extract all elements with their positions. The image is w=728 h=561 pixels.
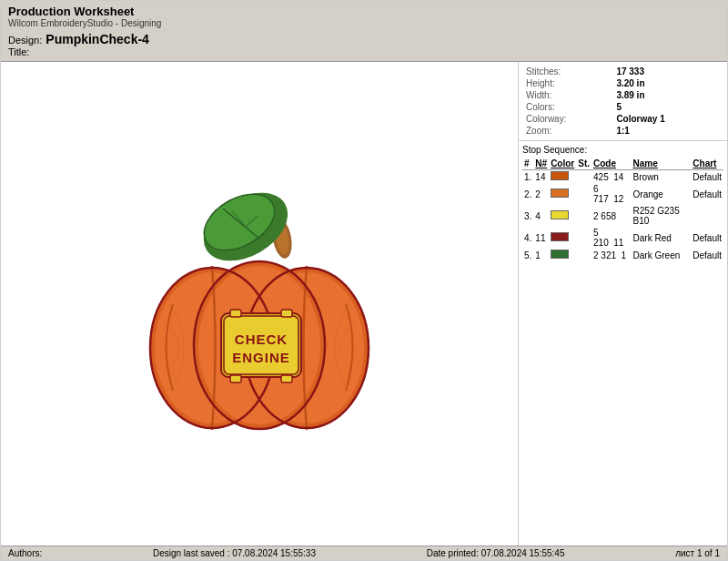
row-chart [691,205,723,227]
row-num: 3. [522,205,533,227]
row-name: Orange [632,183,692,205]
stats-box: Stitches: 17 333 Height: 3.20 in Width: … [519,62,727,141]
footer: Authors: Design last saved : 07.08.2024 … [1,546,727,560]
title-label: Title: [8,46,29,57]
colors-value: 5 [614,101,722,113]
row-n: 1 [533,249,549,261]
zoom-value: 1:1 [614,125,722,137]
color-swatch [551,189,569,198]
row-color-swatch [549,227,576,249]
content-area: CHECK ENGINE Stitches: 17 333 [1,62,727,546]
app-title: Production Worksheet [8,5,161,18]
stitches-value: 17 333 [614,66,722,77]
row-n: 4 [533,205,549,227]
height-label: Height: [524,77,614,89]
footer-printed: Date printed: 07.08.2024 15:55:45 [427,548,565,558]
svg-rect-22 [281,375,292,382]
table-row: 3. 4 2 658 R252 G235 B10 [522,205,723,227]
col-n: N# [533,158,549,170]
col-chart: Chart [691,158,723,170]
svg-rect-21 [230,375,241,382]
col-name: Name [632,158,692,170]
row-st [576,205,592,227]
footer-page: лист 1 of 1 [675,548,720,558]
colors-label: Colors: [524,101,614,113]
height-value: 3.20 in [614,77,722,89]
table-row: 4. 11 5 210 11 Dark Red Default [522,227,723,249]
svg-text:ENGINE: ENGINE [232,350,290,365]
canvas-area: CHECK ENGINE [1,62,518,546]
row-n: 2 [533,183,549,205]
color-swatch [551,210,569,219]
row-color-swatch [549,170,576,184]
zoom-label: Zoom: [524,125,614,137]
row-num: 4. [522,227,533,249]
color-swatch [551,171,569,180]
design-name: PumpkinCheck-4 [46,32,149,46]
col-num: # [522,158,533,170]
row-color-swatch [549,249,576,261]
right-panel: Stitches: 17 333 Height: 3.20 in Width: … [518,62,727,546]
row-code: 2 658 [592,205,632,227]
row-num: 5. [522,249,533,261]
color-swatch [551,232,569,241]
row-st [576,170,592,184]
footer-authors: Authors: [8,548,42,558]
embroidery-preview: CHECK ENGINE [105,122,414,486]
app-subtitle: Wilcom EmbroideryStudio - Designing [8,18,161,28]
col-color: Color [549,158,576,170]
row-color-swatch [549,205,576,227]
col-code: Code [592,158,632,170]
row-st [576,227,592,249]
main-container: Production Worksheet Wilcom EmbroiderySt… [0,0,728,561]
row-color-swatch [549,183,576,205]
row-chart: Default [691,249,723,261]
row-name: Brown [632,170,692,184]
row-num: 1. [522,170,533,184]
stitches-label: Stitches: [524,66,614,77]
row-chart: Default [691,227,723,249]
width-value: 3.89 in [614,89,722,101]
table-row: 2. 2 6 717 12 Orange Default [522,183,723,205]
row-name: Dark Red [632,227,692,249]
stop-sequence: Stop Sequence: # N# Color St. Code Name … [519,141,727,546]
row-chart: Default [691,183,723,205]
table-row: 1. 14 425 14 Brown Default [522,170,723,184]
table-row: 5. 1 2 321 1 Dark Green Default [522,249,723,261]
colorway-label: Colorway: [524,113,614,125]
row-code: 425 14 [592,170,632,184]
row-st [576,249,592,261]
color-swatch [551,250,569,259]
footer-saved: Design last saved : 07.08.2024 15:55:33 [153,548,316,558]
row-n: 14 [533,170,549,184]
row-code: 2 321 1 [592,249,632,261]
design-label: Design: [8,35,42,46]
row-name: R252 G235 B10 [632,205,692,227]
col-st: St. [576,158,592,170]
row-st [576,183,592,205]
row-name: Dark Green [632,249,692,261]
svg-rect-20 [281,310,292,317]
stop-sequence-title: Stop Sequence: [522,145,723,155]
row-n: 11 [533,227,549,249]
row-code: 6 717 12 [592,183,632,205]
row-num: 2. [522,183,533,205]
svg-text:CHECK: CHECK [235,332,288,347]
colorway-value: Colorway 1 [614,113,722,125]
stop-sequence-table: # N# Color St. Code Name Chart 1. 14 [522,158,723,261]
row-chart: Default [691,170,723,184]
svg-rect-19 [230,310,241,317]
header: Production Worksheet Wilcom EmbroiderySt… [1,1,727,62]
width-label: Width: [524,89,614,101]
row-code: 5 210 11 [592,227,632,249]
